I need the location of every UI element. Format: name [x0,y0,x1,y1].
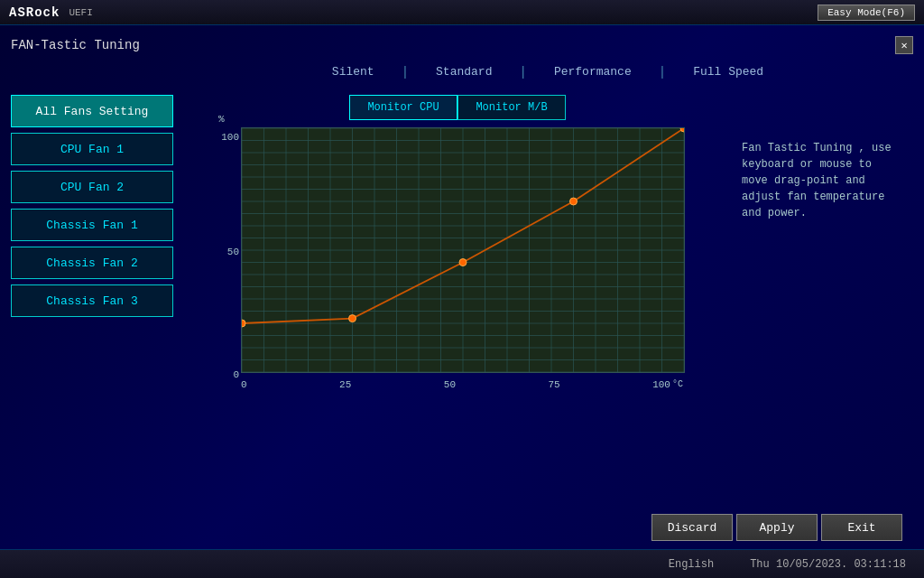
right-info-panel: Fan Tastic Tuning , use keyboard or mous… [733,95,913,501]
title-bar: FAN-Tastic Tuning ✕ [11,36,913,54]
main-area: FAN-Tastic Tuning ✕ Silent | Standard | … [0,25,924,549]
asrock-logo: ASRock [9,5,60,20]
bottom-buttons: Discard Apply Exit [11,514,913,541]
sidebar-item-chassis-fan-3[interactable]: Chassis Fan 3 [11,284,173,317]
sidebar-item-cpu-fan-1[interactable]: CPU Fan 1 [11,133,173,165]
chart-container: Monitor CPU Monitor M/B % 100 50 0 0 [196,95,719,501]
discard-button[interactable]: Discard [651,514,733,541]
preset-performance[interactable]: Performance [527,63,659,80]
content-area: All Fans Setting CPU Fan 1 CPU Fan 2 Cha… [11,95,913,501]
monitor-cpu-tab[interactable]: Monitor CPU [349,95,457,120]
chart-x-25: 25 [339,379,351,390]
chart-y-100: 100 [221,132,239,143]
chart-x-50: 50 [444,379,456,390]
preset-silent[interactable]: Silent [305,63,402,80]
chart-y-percent-label: % [218,114,225,125]
easy-mode-button[interactable]: Easy Mode(F6) [818,5,915,21]
preset-fullspeed[interactable]: Full Speed [666,63,790,80]
chart-x-100: 100°C [652,379,683,390]
language-label: English [669,558,714,571]
top-bar: ASRock UEFI Easy Mode(F6) [0,0,924,25]
chart-y-50: 50 [227,247,239,257]
preset-bar: Silent | Standard | Performance | Full S… [11,63,913,80]
window-title: FAN-Tastic Tuning [11,38,140,52]
apply-button[interactable]: Apply [736,514,818,541]
exit-button[interactable]: Exit [821,514,902,541]
close-button[interactable]: ✕ [895,36,913,54]
status-bar: English Thu 10/05/2023. 03:11:18 [0,549,924,578]
chart-x-0: 0 [241,379,247,390]
fan-sidebar: All Fans Setting CPU Fan 1 CPU Fan 2 Cha… [11,95,182,501]
preset-standard[interactable]: Standard [409,63,519,80]
sidebar-item-chassis-fan-1[interactable]: Chassis Fan 1 [11,209,173,241]
sidebar-item-all-fans[interactable]: All Fans Setting [11,95,173,127]
monitor-tabs: Monitor CPU Monitor M/B [196,95,719,120]
uefi-label: UEFI [69,7,92,18]
monitor-mb-tab[interactable]: Monitor M/B [457,95,566,120]
datetime-label: Thu 10/05/2023. 03:11:18 [750,558,906,571]
fan-info-text: Fan Tastic Tuning , use keyboard or mous… [742,140,904,221]
chart-x-75: 75 [548,379,559,390]
sidebar-item-cpu-fan-2[interactable]: CPU Fan 2 [11,171,173,203]
fan-curve-chart[interactable] [241,127,685,373]
chart-y-0: 0 [233,369,239,380]
sidebar-item-chassis-fan-2[interactable]: Chassis Fan 2 [11,247,173,279]
